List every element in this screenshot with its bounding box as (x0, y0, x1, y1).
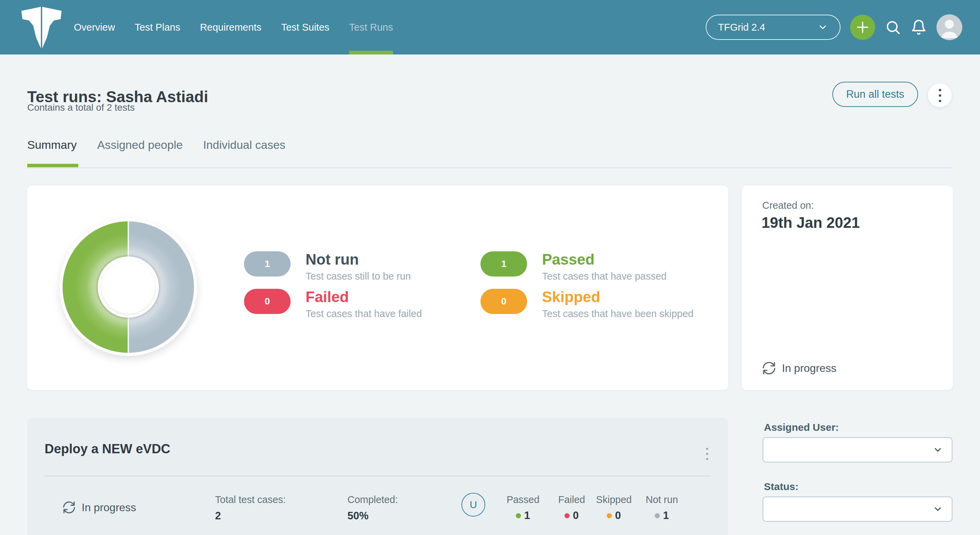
skipped-count-column: Skipped 0 (590, 494, 638, 522)
failed-label: Failed (305, 289, 422, 305)
failed-count-badge: 0 (244, 289, 291, 314)
tab-bar: Summary Assigned people Individual cases (27, 138, 285, 152)
chevron-down-icon (817, 22, 828, 33)
bell-icon (911, 19, 927, 35)
total-test-cases-value: 2 (215, 510, 286, 522)
chevron-down-icon (933, 504, 943, 514)
completed-value: 50% (347, 510, 398, 522)
skipped-count-badge: 0 (480, 289, 527, 314)
sync-icon (762, 361, 776, 375)
nav-item-label: Overview (74, 22, 115, 33)
assigned-user-select[interactable] (762, 437, 953, 463)
sync-icon (63, 501, 76, 514)
assigned-user-label: Assigned User: (764, 422, 839, 433)
page-subtitle: Contains a total of 2 tests (27, 102, 135, 113)
notifications-button[interactable] (911, 19, 927, 35)
created-on-card: Created on: 19th Jan 2021 In progress (742, 185, 953, 390)
donut-hole (98, 256, 159, 318)
nav-item-test-runs[interactable]: Test Runs (349, 0, 393, 54)
chevron-down-icon (933, 445, 943, 455)
test-run-title: Deploy a NEW eVDC (45, 442, 170, 456)
summary-card: 1 Not run Test cases still to be run 0 F… (27, 185, 728, 390)
not-run-count: 1 (663, 509, 669, 522)
plus-icon (855, 20, 870, 35)
test-run-status: In progress (63, 501, 136, 514)
failed-description: Test cases that have failed (305, 308, 422, 319)
results-donut-chart (60, 218, 197, 356)
nav-item-label: Test Suites (281, 22, 329, 33)
tab-individual-cases[interactable]: Individual cases (203, 138, 285, 152)
assignee-avatar[interactable]: U (461, 493, 485, 517)
skipped-label: Skipped (542, 289, 694, 305)
not-run-label: Not run (305, 251, 411, 268)
passed-column-label: Passed (499, 494, 547, 505)
created-on-label: Created on: (762, 200, 814, 211)
skipped-column-label: Skipped (590, 494, 638, 505)
tab-divider (27, 168, 953, 168)
passed-label: Passed (542, 251, 667, 268)
page-kebab-menu-button[interactable] (928, 83, 952, 107)
add-button[interactable] (850, 14, 875, 40)
total-test-cases-label: Total test cases: (215, 494, 286, 505)
main-nav: Overview Test Plans Requirements Test Su… (74, 0, 393, 54)
nav-item-label: Requirements (200, 22, 262, 33)
app-logo[interactable] (20, 5, 63, 50)
nav-item-test-plans[interactable]: Test Plans (135, 0, 180, 54)
not-run-description: Test cases still to be run (305, 271, 411, 282)
skipped-description: Test cases that have been skipped (542, 308, 694, 319)
nav-item-label: Test Plans (135, 22, 180, 33)
run-all-tests-button[interactable]: Run all tests (832, 82, 918, 107)
card-divider (45, 476, 711, 476)
top-nav: Overview Test Plans Requirements Test Su… (0, 0, 980, 54)
completed-metric: Completed: 50% (347, 494, 398, 522)
failed-column-label: Failed (548, 494, 595, 505)
total-test-cases-metric: Total test cases: 2 (215, 494, 286, 522)
not-run-column-label: Not run (638, 494, 686, 505)
search-icon (885, 19, 901, 35)
completed-label: Completed: (347, 494, 398, 505)
stat-failed: 0 Failed Test cases that have failed (244, 289, 422, 319)
test-run-status-text: In progress (82, 501, 136, 514)
nav-item-test-suites[interactable]: Test Suites (281, 0, 329, 54)
passed-count-column: Passed 1 (499, 494, 547, 522)
nav-right-cluster: TFGrid 2.4 (706, 0, 962, 54)
not-run-count-column: Not run 1 (638, 494, 686, 522)
skipped-dot-icon (607, 513, 612, 518)
passed-dot-icon (516, 513, 521, 518)
status-filter-label: Status: (764, 481, 799, 492)
not-run-count-badge: 1 (244, 251, 291, 276)
skipped-count: 0 (615, 509, 620, 522)
nav-item-label: Test Runs (349, 22, 393, 33)
not-run-dot-icon (655, 513, 660, 518)
tab-summary[interactable]: Summary (27, 138, 76, 152)
created-on-date: 19th Jan 2021 (762, 214, 860, 231)
test-run-card[interactable]: Deploy a NEW eVDC In progress Total test… (27, 418, 728, 535)
failed-count: 0 (573, 509, 579, 522)
search-button[interactable] (885, 19, 901, 35)
nav-item-requirements[interactable]: Requirements (200, 0, 262, 54)
logo-icon (20, 5, 63, 50)
user-avatar[interactable] (937, 14, 962, 40)
stat-skipped: 0 Skipped Test cases that have been skip… (480, 289, 694, 319)
test-run-kebab-menu-button[interactable] (700, 444, 714, 463)
active-nav-underline (349, 51, 393, 54)
project-selector[interactable]: TFGrid 2.4 (706, 14, 840, 40)
nav-item-overview[interactable]: Overview (74, 0, 115, 54)
run-status-text: In progress (782, 362, 837, 375)
failed-count-column: Failed 0 (548, 494, 595, 522)
passed-count-badge: 1 (480, 251, 527, 276)
person-icon (937, 14, 962, 40)
run-status: In progress (762, 361, 837, 375)
tab-assigned-people[interactable]: Assigned people (97, 138, 182, 152)
passed-description: Test cases that have passed (542, 271, 667, 282)
failed-dot-icon (565, 513, 570, 518)
passed-count: 1 (524, 509, 530, 522)
stat-passed: 1 Passed Test cases that have passed (480, 251, 667, 282)
stat-not-run: 1 Not run Test cases still to be run (244, 251, 411, 282)
active-tab-underline (27, 164, 78, 167)
project-selector-value: TFGrid 2.4 (718, 22, 765, 33)
status-select[interactable] (762, 497, 953, 522)
